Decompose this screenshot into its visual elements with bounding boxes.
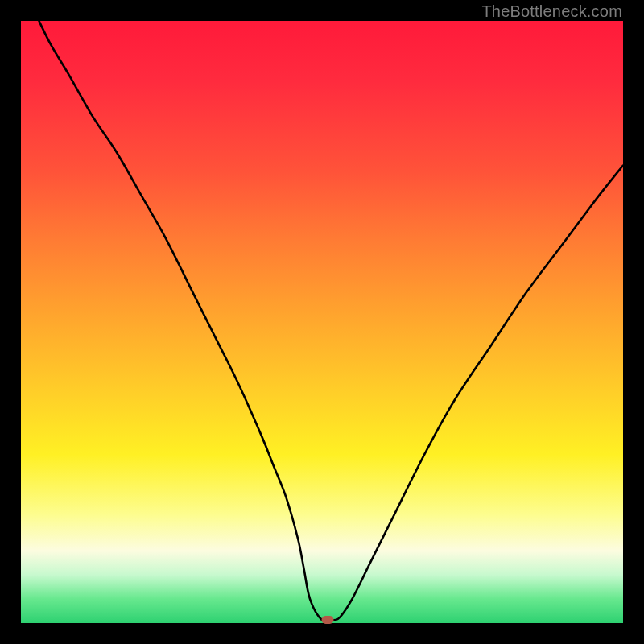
bottleneck-curve (39, 21, 623, 621)
chart-frame: TheBottleneck.com (0, 0, 644, 644)
minimum-marker (322, 616, 334, 624)
plot-area (21, 21, 623, 623)
curve-svg (21, 21, 623, 623)
watermark-text: TheBottleneck.com (481, 2, 622, 21)
